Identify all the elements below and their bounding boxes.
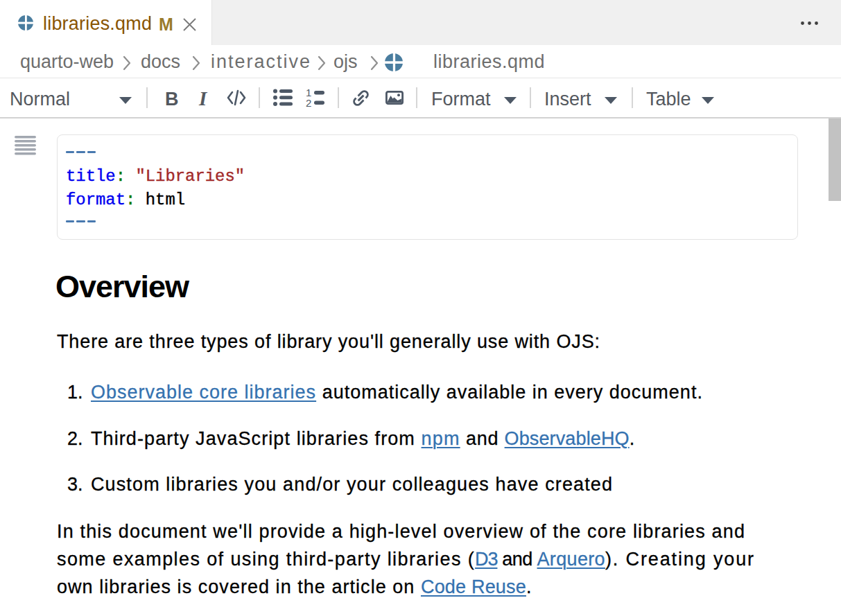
svg-text:2: 2	[306, 97, 311, 107]
